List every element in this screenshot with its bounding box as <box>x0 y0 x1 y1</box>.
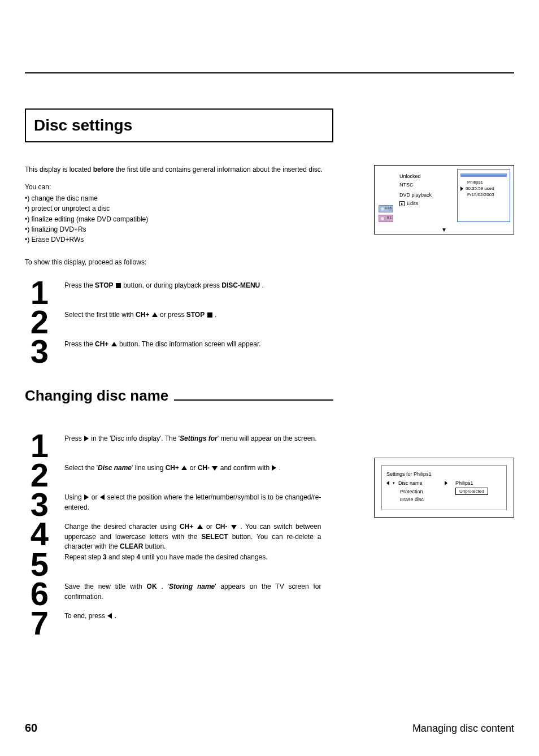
toshow: To show this display, proceed as follows… <box>25 258 362 267</box>
osd-text: Fr15/02/2003 <box>460 192 507 197</box>
button-label: CH+ <box>95 340 108 348</box>
text: button, or during playback press <box>121 281 221 289</box>
text: until you have made the desired changes. <box>140 553 267 561</box>
osd-label: Erase disc <box>400 497 443 502</box>
page-footer: 60 Managing disc content <box>25 722 514 735</box>
section-title-box: Disc settings <box>25 108 333 142</box>
text: This display is located <box>25 166 93 173</box>
text: Change the desired character using <box>64 523 180 531</box>
list-item: •) change the disc name <box>25 194 362 203</box>
step-number: 7 <box>25 607 54 640</box>
up-icon <box>181 466 187 470</box>
osd-label: Disc name <box>398 480 441 486</box>
osd-text: 00:35:59 used <box>460 186 507 191</box>
text: Press the <box>64 340 95 348</box>
text: Philips1 <box>467 180 483 185</box>
left-arrow-icon <box>386 481 389 485</box>
button-label: DISC-MENU <box>221 281 260 289</box>
text: . <box>277 464 281 472</box>
text: . <box>213 311 217 319</box>
down-caret-icon: ▾ <box>393 481 395 485</box>
text: in the 'Disc info display'. The ' <box>89 435 180 442</box>
osd-row: Erase disc <box>386 497 502 502</box>
chapter-title: Managing disc content <box>412 723 514 735</box>
step-row: 6 Save the new title with OK . 'Storing … <box>25 577 321 610</box>
text: or press <box>158 311 186 319</box>
step-text: Select the 'Disc name' line using CH+ or… <box>64 459 321 473</box>
list-item: •) Erase DVD+RWs <box>25 235 362 245</box>
text-bold: before <box>93 166 114 173</box>
step-row: 3 Press the CH+ button. The disc informa… <box>25 335 321 368</box>
text: or <box>89 493 99 501</box>
osd-row: ▾ Disc name Philips1 <box>386 480 502 486</box>
down-icon <box>212 466 218 471</box>
osd-info-panel: Philips1 00:35:59 used Fr15/02/2003 <box>457 169 510 222</box>
step-text: Press in the 'Disc info display'. The 'S… <box>64 429 321 444</box>
text: . ' <box>157 583 169 590</box>
text: or <box>188 464 197 472</box>
osd-thumbs: 1:15 0:1 <box>375 166 397 225</box>
page-number: 60 <box>25 722 37 735</box>
step-text: Repeat step 3 and step 4 until you have … <box>64 548 321 562</box>
text: To end, press <box>64 612 107 620</box>
subsection-heading: Changing disc name <box>25 387 333 405</box>
list-item: •) finalizing DVD+Rs <box>25 225 362 234</box>
step-text: To end, press . <box>64 607 321 621</box>
button-label: OK <box>147 583 157 590</box>
text: Fr15/02/2003 <box>467 192 494 197</box>
step-text: Select the first title with CH+ or press… <box>64 306 321 320</box>
step-text: Press the CH+ button. The disc informati… <box>64 335 321 349</box>
text: ' menu will appear on the screen. <box>218 435 317 442</box>
text: . <box>260 281 264 289</box>
step-text: Save the new title with OK . 'Storing na… <box>64 577 321 602</box>
left-icon <box>107 613 112 619</box>
osd-label: Protection <box>400 489 443 494</box>
osd-text: Philips1 <box>460 180 507 185</box>
text: . <box>112 612 116 620</box>
step-number: 3 <box>25 335 54 368</box>
text: and confirm with <box>218 464 271 472</box>
text: 00:35:59 used <box>466 186 494 191</box>
osd-text: Unlocked <box>399 173 454 179</box>
osd-text: ▸Edits <box>399 201 454 206</box>
text: Press the <box>64 281 95 289</box>
hatch-decoration <box>460 173 507 177</box>
osd-value-box: Unprotected <box>455 488 488 495</box>
header-rule <box>25 72 514 73</box>
em-text: Storing name <box>169 583 215 590</box>
right-icon <box>84 436 89 441</box>
button-label: STOP <box>186 311 205 319</box>
text: or <box>203 523 216 531</box>
up-icon <box>152 312 158 317</box>
osd-text: NTSC <box>399 182 454 188</box>
stop-icon <box>207 312 212 318</box>
step-row: 2 Select the first title with CH+ or pre… <box>25 306 321 338</box>
em-text: Settings for <box>180 435 218 442</box>
text: and step <box>107 553 137 561</box>
step-text: Press the STOP button, or during playbac… <box>64 276 321 290</box>
button-label: STOP <box>95 281 113 289</box>
step-text: Change the desired character using CH+ o… <box>64 518 321 551</box>
button-label: CH+ <box>180 523 193 531</box>
text-bold: 3 <box>103 553 107 561</box>
down-icon <box>231 525 237 529</box>
thumb-label: 1:15 <box>385 206 392 210</box>
osd-title: Settings for Philips1 <box>386 471 502 477</box>
text: Save the new title with <box>64 583 147 590</box>
step-text: Using or select the position where the l… <box>64 488 321 512</box>
right-arrow-icon <box>445 481 447 485</box>
osd-status: Unlocked NTSC DVD playback ▸Edits <box>397 166 456 225</box>
button-label: CH- <box>215 523 227 531</box>
intro-para: This display is located before the first… <box>25 165 362 175</box>
thumb-label: 0:1 <box>387 216 392 219</box>
text: Using <box>64 493 84 501</box>
text: Press <box>64 435 84 442</box>
button-label: CH- <box>198 464 210 472</box>
list-item: •) finalize editing (make DVD compatible… <box>25 215 362 224</box>
edits-icon: ▸ <box>399 201 405 206</box>
step-row: 3 Using or select the position where the… <box>25 488 321 521</box>
text: ' line using <box>132 464 166 472</box>
list-item: •) protect or unprotect a disc <box>25 204 362 214</box>
button-label: SELECT <box>201 533 228 541</box>
osd-settings: Settings for Philips1 ▾ Disc name Philip… <box>374 458 514 518</box>
